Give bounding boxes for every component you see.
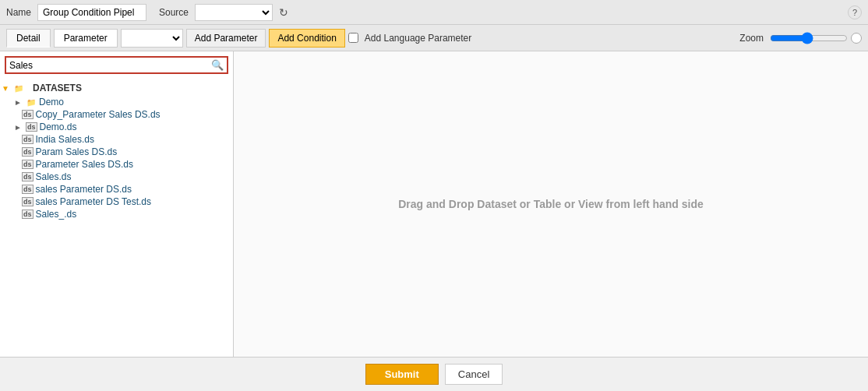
- main-container: Name Source ↻ ? Detail Parameter Add Par…: [0, 0, 868, 391]
- toolbar: Detail Parameter Add Parameter Add Condi…: [0, 25, 868, 51]
- tree-item-label: Sales_.ds: [36, 209, 77, 220]
- drop-hint: Drag and Drop Dataset or Table or View f…: [398, 198, 704, 210]
- list-item[interactable]: ds sales Parameter DS Test.ds: [0, 196, 233, 208]
- add-parameter-button[interactable]: Add Parameter: [186, 29, 266, 48]
- tree-item-label: Param Sales DS.ds: [36, 146, 118, 157]
- tree-item-label: Copy_Parameter Sales DS.ds: [36, 109, 161, 120]
- ds-icon: ds: [22, 185, 34, 194]
- name-label: Name: [6, 7, 31, 18]
- bottom-bar: Submit Cancel: [0, 357, 868, 391]
- tree-item-label: Demo.ds: [40, 122, 77, 132]
- name-input[interactable]: [37, 4, 146, 21]
- list-item[interactable]: ds Copy_Parameter Sales DS.ds: [0, 108, 233, 121]
- list-item[interactable]: ds Parameter Sales DS.ds: [0, 158, 233, 171]
- ds-icon: ds: [22, 197, 34, 206]
- search-box[interactable]: 🔍: [5, 56, 228, 74]
- ds-icon: ds: [22, 172, 34, 181]
- ds-icon: ds: [26, 122, 37, 132]
- list-item[interactable]: ds India Sales.ds: [0, 133, 233, 146]
- ds-icon: ds: [22, 210, 34, 219]
- folder-icon: 📁: [13, 83, 24, 93]
- add-language-param-label: Add Language Parameter: [365, 33, 471, 44]
- toolbar-dropdown[interactable]: [121, 29, 183, 48]
- list-item[interactable]: ► ds Demo.ds: [0, 121, 233, 133]
- list-item[interactable]: ds Sales.ds: [0, 171, 233, 183]
- list-item[interactable]: ds Param Sales DS.ds: [0, 146, 233, 158]
- search-icon: 🔍: [211, 59, 224, 71]
- top-bar: Name Source ↻ ?: [0, 0, 868, 25]
- parameter-tab[interactable]: Parameter: [54, 29, 118, 48]
- cancel-button[interactable]: Cancel: [445, 364, 503, 385]
- add-language-param-checkbox[interactable]: [348, 33, 358, 43]
- tree-item-label: Parameter Sales DS.ds: [36, 159, 133, 170]
- tree-item-label: Demo: [39, 97, 64, 107]
- left-panel: 🔍 ▼ 📁 DATASETS ► 📁 Demo ds C: [0, 51, 234, 357]
- list-item[interactable]: ds sales Parameter DS.ds: [0, 183, 233, 196]
- tree-area: ▼ 📁 DATASETS ► 📁 Demo ds Copy_Parameter …: [0, 77, 233, 357]
- zoom-label: Zoom: [739, 33, 764, 44]
- ds-icon: ds: [22, 147, 34, 157]
- folder-icon: 📁: [26, 97, 37, 107]
- content-area: 🔍 ▼ 📁 DATASETS ► 📁 Demo ds C: [0, 51, 868, 357]
- submit-button[interactable]: Submit: [365, 364, 439, 385]
- list-item[interactable]: ds Sales_.ds: [0, 208, 233, 220]
- expand-icon: ▼: [0, 83, 11, 93]
- ds-icon: ds: [22, 160, 34, 169]
- list-item[interactable]: ▼ 📁 DATASETS: [0, 80, 233, 96]
- refresh-button[interactable]: ↻: [279, 6, 288, 19]
- right-panel: Drag and Drop Dataset or Table or View f…: [234, 51, 868, 357]
- zoom-indicator: [851, 33, 862, 44]
- detail-tab[interactable]: Detail: [6, 29, 51, 48]
- tree-item-label: sales Parameter DS Test.ds: [36, 196, 152, 207]
- source-label: Source: [159, 7, 189, 18]
- search-input[interactable]: [9, 60, 211, 71]
- source-dropdown[interactable]: [195, 4, 273, 21]
- ds-icon: ds: [22, 135, 34, 144]
- help-button[interactable]: ?: [848, 5, 862, 19]
- tree-item-label: India Sales.ds: [36, 134, 94, 145]
- ds-icon: ds: [22, 110, 34, 119]
- datasets-label: DATASETS: [26, 81, 88, 95]
- add-condition-button[interactable]: Add Condition: [269, 29, 344, 48]
- list-item[interactable]: ► 📁 Demo: [0, 96, 233, 108]
- tree-item-label: Sales.ds: [36, 171, 72, 182]
- zoom-slider[interactable]: [770, 32, 848, 44]
- expand-icon: ►: [12, 97, 23, 107]
- expand-icon: ►: [12, 122, 23, 132]
- tree-item-label: sales Parameter DS.ds: [36, 184, 132, 195]
